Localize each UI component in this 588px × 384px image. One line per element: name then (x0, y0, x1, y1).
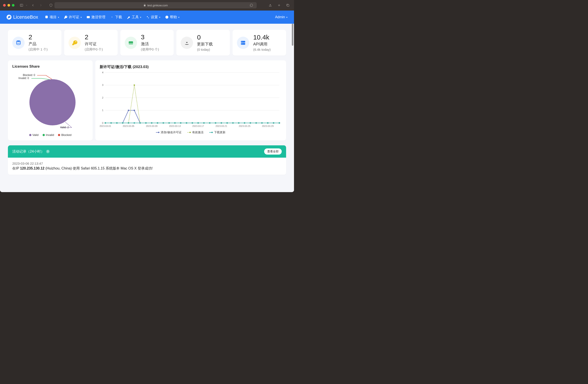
svg-point-19 (242, 43, 242, 44)
svg-text:2023.03.01: 2023.03.01 (100, 125, 111, 127)
activity-timestamp: 2023-03-06 22:13:47 (12, 162, 282, 165)
server-icon (237, 37, 249, 49)
database-icon (45, 15, 48, 19)
stat-sub: (6.4k today) (253, 48, 271, 51)
svg-point-133 (255, 122, 257, 124)
nav-settings[interactable]: 设置▾ (146, 15, 160, 20)
new-tab-icon[interactable] (276, 2, 282, 8)
svg-point-127 (221, 122, 222, 124)
svg-text:2023.03.29: 2023.03.29 (262, 125, 273, 127)
card-icon (125, 37, 137, 49)
nav-back-button[interactable] (30, 2, 36, 8)
nav-forward-button[interactable] (38, 2, 44, 8)
nav-tools[interactable]: 工具▾ (127, 15, 141, 20)
wrench-icon (127, 15, 130, 19)
nav-activation[interactable]: 激活管理 (86, 15, 105, 20)
svg-point-107 (105, 122, 106, 124)
stat-activations[interactable]: 3 激活 (使用中0 个) (120, 30, 174, 56)
svg-text:2023.03.09: 2023.03.09 (146, 125, 157, 127)
stat-label: API调用 (253, 42, 271, 47)
sidebar-toggle-icon[interactable] (19, 2, 25, 8)
nav-project[interactable]: 项目▾ (45, 15, 59, 20)
pie-blocked-label: Blocked: 0 (23, 74, 35, 77)
svg-point-111 (128, 122, 129, 124)
stat-value: 3 (141, 34, 159, 40)
svg-rect-0 (20, 4, 23, 7)
chevron-down-icon: ▾ (286, 16, 287, 19)
view-all-button[interactable]: 查看全部 (264, 149, 282, 155)
address-bar[interactable]: test.gmkow.com (54, 2, 257, 8)
panel-title: 新许可证/激活/下载 (2023.03) (100, 64, 282, 69)
svg-point-24 (29, 79, 76, 125)
line-legend: .ll-mark:nth-child(1)::before{}添加/修改许可证 … (100, 130, 282, 134)
stat-licenses[interactable]: 2 许可证 (启用中0 个) (64, 30, 118, 56)
chevron-down-icon: ▾ (81, 16, 82, 19)
svg-point-137 (279, 122, 280, 124)
share-icon[interactable] (267, 2, 273, 8)
stat-sub: (启用中0 个) (85, 47, 103, 52)
lock-icon (143, 4, 146, 7)
gears-icon (146, 15, 149, 19)
svg-rect-17 (241, 43, 245, 45)
svg-text:2: 2 (102, 96, 104, 99)
svg-text:3: 3 (102, 84, 104, 86)
activity-header: 活动记录（24小时） ? 查看全部 (8, 145, 286, 158)
stat-sub: (启用中 1 个) (29, 47, 48, 52)
nav-download[interactable]: 下载 (110, 15, 122, 20)
svg-point-109 (116, 122, 117, 124)
svg-point-9 (148, 18, 149, 18)
nav-user[interactable]: Admin▾ (275, 15, 287, 19)
svg-point-110 (122, 122, 123, 124)
svg-point-114 (145, 122, 147, 124)
svg-point-118 (168, 122, 170, 124)
shield-icon[interactable] (48, 2, 54, 8)
stat-api[interactable]: 10.4k API调用 (6.4k today) (232, 30, 286, 56)
stat-products[interactable]: 2 产品 (启用中 1 个) (8, 30, 62, 56)
stat-downloads[interactable]: 0 更新下载 (0 today) (176, 30, 230, 56)
svg-point-120 (180, 122, 181, 124)
nav-license[interactable]: 许可证▾ (64, 15, 82, 20)
content: 2 产品 (启用中 1 个) 2 许可证 (启用中0 个) (0, 24, 294, 192)
svg-point-10 (165, 16, 168, 19)
window-zoom[interactable] (12, 4, 15, 7)
window-close[interactable] (3, 4, 6, 7)
key-icon (68, 37, 81, 49)
svg-line-21 (46, 75, 52, 79)
svg-text:2023.03.13: 2023.03.13 (169, 125, 181, 127)
svg-point-13 (17, 40, 20, 42)
svg-rect-6 (87, 16, 90, 18)
svg-point-116 (157, 122, 158, 124)
svg-text:2023.03.17: 2023.03.17 (192, 125, 204, 127)
top-nav: LicenseBox 项目▾ 许可证▾ 激活管理 下载 工具▾ 设置▾ 帮助▾ (0, 11, 294, 24)
svg-point-130 (238, 122, 239, 124)
help-icon[interactable]: ? (46, 150, 50, 153)
pie-legend: Valid Invalid Blocked (12, 133, 88, 137)
nav-help[interactable]: 帮助▾ (165, 15, 179, 20)
svg-point-50 (133, 110, 135, 111)
scrollbar[interactable] (292, 24, 293, 190)
brand[interactable]: LicenseBox (7, 14, 38, 20)
svg-text:1: 1 (102, 109, 104, 112)
svg-point-49 (128, 110, 129, 111)
svg-point-131 (244, 122, 245, 124)
activity-panel: 活动记录（24小时） ? 查看全部 2023-03-06 22:13:47 在I… (8, 145, 286, 175)
svg-point-124 (203, 122, 205, 124)
reload-icon[interactable] (248, 2, 254, 8)
chevron-down-icon[interactable] (25, 2, 28, 8)
svg-text:0: 0 (102, 122, 104, 124)
svg-rect-4 (287, 5, 289, 7)
line-chart: 012342023.03.012023.03.052023.03.092023.… (100, 71, 282, 128)
pie-invalid-label: Invalid: 0 (19, 77, 29, 80)
brand-name: LicenseBox (13, 14, 38, 20)
stat-label: 更新下载 (197, 42, 213, 47)
download-icon (181, 37, 193, 49)
tabs-icon[interactable] (285, 2, 291, 8)
svg-point-121 (186, 122, 187, 124)
stat-label: 激活 (141, 41, 159, 46)
svg-point-8 (147, 16, 148, 17)
stat-value: 2 (29, 34, 48, 40)
window-minimize[interactable] (7, 4, 10, 7)
svg-rect-14 (129, 41, 133, 44)
trend-panel: 新许可证/激活/下载 (2023.03) 012342023.03.012023… (95, 60, 286, 141)
svg-point-115 (151, 122, 152, 124)
